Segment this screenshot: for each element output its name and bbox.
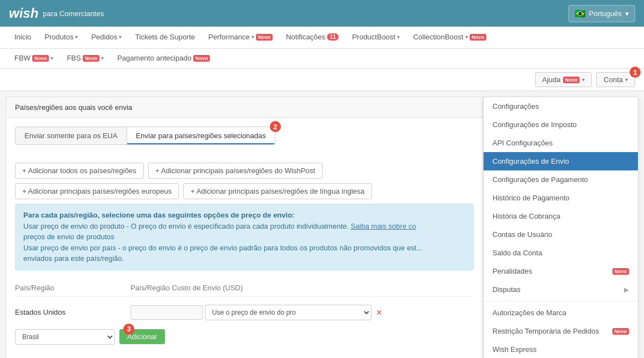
chevron-down-icon: ▾: [397, 34, 400, 40]
add-all-regions-btn[interactable]: + Adicionar todos os países/regiões: [15, 163, 144, 179]
chevron-down-icon: ▾: [625, 9, 629, 18]
new-badge: Novo: [83, 55, 100, 62]
nav-pagamento-antecipado[interactable]: Pagamento antecipado Novo: [112, 49, 215, 68]
chevron-down-icon: ▾: [465, 34, 468, 40]
add-country-row: Brasil Adicionar 3: [15, 329, 165, 345]
info-title: Para cada país/região, selecione uma das…: [23, 211, 294, 219]
panel-title: Países/regiões aos quais você envia: [6, 97, 482, 118]
tagline: para Comerciantes: [43, 9, 104, 18]
account-button[interactable]: Conta ▾: [596, 72, 635, 87]
cost-input-area: Use o preço de envio do pro ✕: [130, 305, 474, 320]
menu-configuracoes-pagamento[interactable]: Configurações de Pagamento: [484, 170, 638, 189]
step-badge-1: 1: [630, 67, 641, 78]
nav-fbw[interactable]: FBW Novo ▾: [9, 49, 59, 68]
add-europe-regions-btn[interactable]: + Adicionar principais países/regiões eu…: [15, 183, 179, 199]
nav-fbs[interactable]: FBS Novo ▾: [61, 49, 109, 68]
nav-notificacoes[interactable]: Notificações 11: [280, 27, 344, 48]
chevron-down-icon: ▾: [51, 55, 53, 61]
chevron-down-icon: ▾: [251, 34, 254, 40]
main-nav: Inicio Produtos ▾ Pedidos ▾ Tickets de S…: [0, 27, 644, 49]
step-badge-2: 2: [270, 121, 281, 132]
menu-disputas[interactable]: Disputas ▶: [484, 280, 638, 299]
menu-configuracoes-imposto[interactable]: Configurações de Imposto: [484, 115, 638, 134]
step-badge-3: 3: [123, 324, 134, 335]
info-link[interactable]: Saiba mais sobre co: [351, 222, 416, 230]
chevron-down-icon: ▾: [75, 34, 78, 40]
new-badge: Novo: [470, 34, 487, 41]
add-wishpost-regions-btn[interactable]: + Adicionar principais países/regiões do…: [148, 163, 323, 179]
new-badge: Novo: [32, 55, 49, 62]
left-panel: Países/regiões aos quais você envia Envi…: [6, 97, 483, 358]
nav-tickets[interactable]: Tickets de Suporte: [129, 27, 200, 48]
info-box: Para cada país/região, selecione uma das…: [15, 204, 474, 270]
chevron-down-icon: ▾: [119, 34, 122, 40]
add-english-regions-btn[interactable]: + Adicionar principais países/regiões de…: [183, 183, 371, 199]
menu-autorizacoes-marca[interactable]: Autorizações de Marca: [484, 304, 638, 322]
chevron-down-icon: ▾: [625, 77, 628, 83]
nav-collectionboost[interactable]: CollectionBoost ▾ Novo: [407, 27, 492, 48]
new-badge: Novo: [612, 268, 630, 275]
table-row: Estados Unidos Use o preço de envio do p…: [15, 301, 474, 324]
menu-api-configuracoes[interactable]: API Configurações: [484, 134, 638, 152]
divider: [484, 301, 638, 301]
toggle-group: Enviar somente para os EUA Enviar para p…: [15, 127, 275, 145]
country-select[interactable]: Brasil: [15, 329, 115, 345]
menu-wish-express[interactable]: Wish Express: [484, 340, 638, 358]
help-button[interactable]: Ajuda Novo ▾: [535, 72, 592, 87]
chevron-down-icon: ▾: [582, 77, 585, 83]
chevron-right-icon: ▶: [624, 286, 629, 294]
cost-select[interactable]: Use o preço de envio do pro: [205, 305, 371, 320]
wish-logo: wish: [9, 6, 38, 21]
nav-productboost[interactable]: ProductBoost ▾: [346, 27, 405, 48]
country-label: Estados Unidos: [15, 308, 126, 316]
nav-pedidos[interactable]: Pedidos ▾: [85, 27, 127, 48]
nav-performance[interactable]: Performance ▾ Novo: [203, 27, 278, 48]
cost-text-input[interactable]: [130, 305, 203, 320]
toggle-selected-regions[interactable]: Enviar para países/regiões selecionadas: [127, 127, 275, 144]
menu-penalidades[interactable]: PenalidadesNovo: [484, 262, 638, 280]
nav-inicio[interactable]: Inicio: [9, 27, 37, 48]
new-badge: Novo: [193, 55, 210, 62]
new-badge: Novo: [256, 34, 273, 41]
table-header: País/Região País/Região Custo de Envio (…: [15, 279, 474, 297]
new-badge: Novo: [563, 77, 580, 83]
nav-produtos[interactable]: Produtos ▾: [39, 27, 83, 48]
flag-icon: 🇧🇷: [575, 8, 586, 19]
toggle-usa-only[interactable]: Enviar somente para os EUA: [16, 127, 127, 144]
add-buttons-row1: + Adicionar todos os países/regiões + Ad…: [15, 163, 474, 179]
action-bar: Ajuda Novo ▾ Conta ▾ 1: [0, 69, 644, 91]
panel-body: Enviar somente para os EUA Enviar para p…: [6, 118, 482, 354]
secondary-nav: FBW Novo ▾ FBS Novo ▾ Pagamento antecipa…: [0, 49, 644, 69]
menu-configuracoes[interactable]: Configurações: [484, 97, 638, 115]
menu-saldo-conta[interactable]: Saldo da Conta: [484, 244, 638, 262]
logo-area: wish para Comerciantes: [9, 6, 104, 21]
remove-row-btn[interactable]: ✕: [374, 308, 385, 317]
menu-contas-usuario[interactable]: Contas de Usuário: [484, 225, 638, 244]
menu-historico-pagamento[interactable]: Histórico de Pagamento: [484, 189, 638, 207]
info-line2: Usar preço de envio por país - o preço d…: [23, 244, 422, 263]
menu-historia-cobranca[interactable]: História de Cobrança: [484, 207, 638, 225]
new-badge: Novo: [612, 328, 630, 335]
lang-button[interactable]: 🇧🇷 Português ▾: [568, 5, 635, 22]
add-buttons-row2: + Adicionar principais países/regiões eu…: [15, 183, 474, 199]
main-content: Países/regiões aos quais você envia Envi…: [0, 91, 644, 358]
col-header-cost: País/Região Custo de Envio (USD): [130, 284, 474, 292]
account-dropdown-menu: Configurações Configurações de Imposto A…: [483, 97, 638, 358]
top-header: wish para Comerciantes 🇧🇷 Português ▾: [0, 0, 644, 27]
menu-configuracoes-envio[interactable]: Configurações de Envio: [484, 152, 638, 170]
col-header-country: País/Região: [15, 284, 126, 292]
lang-label: Português: [589, 9, 622, 18]
info-line1: Usar preço de envio do produto - O preço…: [23, 222, 416, 241]
chevron-down-icon: ▾: [101, 55, 104, 61]
notification-count: 11: [327, 33, 339, 41]
menu-restricao-pedidos[interactable]: Restrição Temporária de PedidosNovo: [484, 322, 638, 340]
